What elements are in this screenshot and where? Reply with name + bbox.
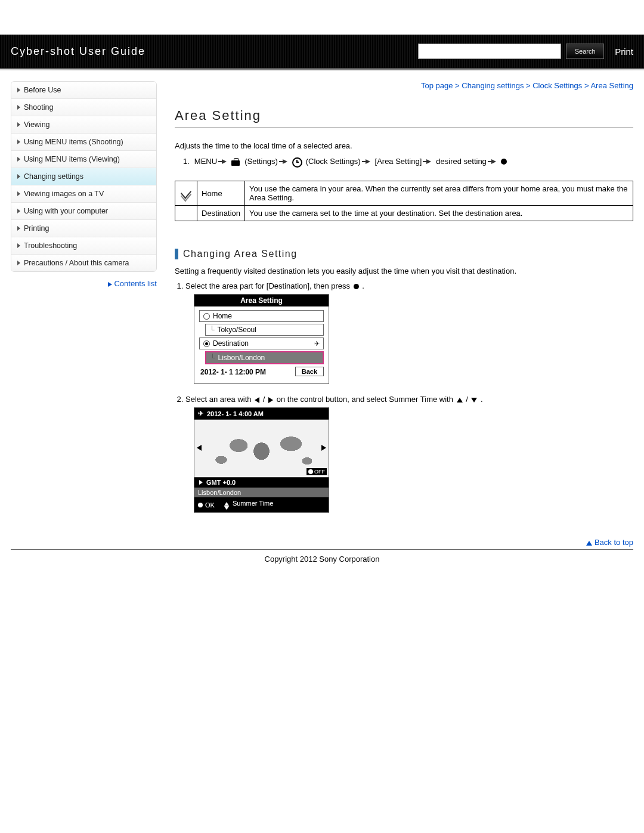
toolbox-icon	[231, 160, 240, 166]
sidebar-item-shooting[interactable]: Shooting	[11, 99, 156, 116]
chevron-right-icon	[17, 243, 20, 248]
copyright: Copyright 2012 Sony Corporation	[0, 555, 644, 581]
sidebar-item-menu-viewing[interactable]: Using MENU items (Viewing)	[11, 151, 156, 168]
cam-datetime: 2012- 1- 1 12:00 PM	[200, 368, 266, 376]
step-text: Select the area part for [Destination], …	[185, 281, 352, 290]
sub-text: Setting a frequently visited destination…	[175, 267, 633, 275]
cam2-gmt: GMT +0.0	[206, 479, 236, 486]
camera-screen-map: ✈ 2012- 1- 1 4:00 AM OFF GMT +0.0 Lisbon…	[194, 407, 329, 513]
cam-home-area: Tokyo/Seoul	[218, 326, 256, 334]
row-desc: You use the camera in your area. When th…	[245, 181, 633, 206]
airplane-icon: ✈	[198, 410, 203, 417]
off-label: OFF	[314, 469, 325, 475]
main: Top page > Changing settings > Clock Set…	[175, 81, 633, 524]
sidebar-item-label: Shooting	[24, 103, 53, 112]
sidebar-item-label: Troubleshooting	[24, 241, 77, 250]
center-button-icon	[501, 159, 507, 165]
summer-off-badge: OFF	[306, 468, 327, 475]
flow-number: 1.	[183, 157, 190, 166]
breadcrumb-changing[interactable]: Changing settings	[462, 81, 524, 90]
guide-title: Cyber-shot User Guide	[11, 45, 145, 58]
sun-icon	[308, 469, 313, 474]
footer-divider	[11, 549, 633, 550]
chevron-right-icon	[17, 122, 20, 127]
back-to-top-wrap: Back to top	[0, 534, 644, 548]
cam2-top: ✈ 2012- 1- 1 4:00 AM	[194, 408, 329, 419]
sidebar-item-changing-settings[interactable]: Changing settings	[11, 168, 156, 185]
cam2-area-row: Lisbon/London	[194, 488, 329, 497]
cam-home-label: Home	[213, 312, 232, 320]
left-arrow-icon	[255, 397, 259, 403]
sidebar-item-troubleshooting[interactable]: Troubleshooting	[11, 237, 156, 255]
steps-list: Select the area part for [Destination], …	[185, 281, 633, 513]
sidebar-item-precautions[interactable]: Precautions / About this camera	[11, 255, 156, 271]
menu-flow: 1. MENU (Settings) (Clock Settings) [Are…	[183, 156, 633, 166]
page-title: Area Setting	[175, 108, 633, 123]
right-arrow-icon	[268, 397, 273, 403]
breadcrumb-top[interactable]: Top page	[421, 81, 453, 90]
subheading: Changing Area Setting	[175, 249, 633, 259]
sidebar-item-label: Using MENU items (Viewing)	[24, 155, 120, 163]
cam2-datetime: 2012- 1- 1 4:00 AM	[207, 410, 264, 417]
chevron-right-icon	[17, 261, 20, 265]
step-1: Select the area part for [Destination], …	[185, 281, 633, 384]
arrow-right-icon	[366, 159, 370, 164]
print-button[interactable]: Print	[615, 47, 633, 57]
search-input[interactable]	[418, 44, 561, 59]
airplane-icon: ✈	[314, 340, 320, 348]
cam-home-row: Home	[199, 310, 324, 322]
center-button-icon	[198, 503, 203, 507]
cam-dest-area: Lisbon/London	[218, 354, 265, 362]
contents-list-link-wrap: Contents list	[11, 279, 157, 288]
chevron-right-icon	[17, 88, 20, 92]
sidebar-item-tv[interactable]: Viewing images on a TV	[11, 185, 156, 203]
camera-screen-area-setting: Area Setting Home └ Tokyo/Seoul	[194, 294, 329, 384]
chevron-right-icon	[17, 226, 20, 231]
step-text: on the control button, and select Summer…	[277, 395, 456, 404]
checkmark-icon	[181, 186, 191, 199]
topbar-right: Search Print	[418, 44, 633, 59]
step-text: /	[263, 395, 267, 404]
step-text: Select an area with	[185, 395, 253, 404]
step-text: .	[481, 395, 483, 404]
radio-icon	[203, 313, 210, 320]
sidebar-item-menu-shooting[interactable]: Using MENU items (Shooting)	[11, 134, 156, 151]
up-arrow-icon	[457, 398, 463, 402]
sidebar-item-printing[interactable]: Printing	[11, 220, 156, 237]
cam-back-button: Back	[295, 367, 324, 376]
sidebar-item-label: Changing settings	[24, 172, 83, 181]
back-to-top-link[interactable]: Back to top	[595, 538, 633, 547]
cam-title: Area Setting	[194, 295, 329, 306]
table-row: Destination You use the camera set to th…	[175, 206, 633, 221]
cam2-summer: Summer Time	[233, 500, 273, 507]
down-arrow-icon	[471, 398, 477, 402]
header-divider	[0, 69, 644, 70]
sidebar-item-label: Viewing	[24, 120, 50, 129]
flow-area: [Area Setting]	[375, 157, 422, 166]
row-desc: You use the camera set to the time at yo…	[245, 206, 633, 221]
sidebar-item-computer[interactable]: Using with your computer	[11, 203, 156, 220]
cam2-ok: OK	[205, 501, 215, 509]
cam-home-area-row: └ Tokyo/Seoul	[205, 324, 324, 336]
map-left-arrow	[196, 444, 203, 451]
sidebar-item-label: Viewing images on a TV	[24, 190, 104, 198]
cam-dest-area-row: └ Lisbon/London	[205, 351, 324, 364]
sidebar-item-viewing[interactable]: Viewing	[11, 116, 156, 134]
nav: Before Use Shooting Viewing Using MENU i…	[11, 81, 157, 272]
contents-list-link[interactable]: Contents list	[114, 279, 157, 288]
world-map: OFF	[194, 419, 329, 478]
arrow-right-icon	[283, 159, 287, 164]
breadcrumb-clock[interactable]: Clock Settings	[532, 81, 582, 90]
breadcrumb: Top page > Changing settings > Clock Set…	[175, 81, 633, 90]
search-button[interactable]: Search	[566, 44, 604, 59]
top-bar: Cyber-shot User Guide Search Print	[0, 35, 644, 69]
flow-menu: MENU	[194, 157, 217, 166]
breadcrumb-current: Area Setting	[590, 81, 633, 90]
cam-dest-label: Destination	[213, 339, 249, 348]
sidebar: Before Use Shooting Viewing Using MENU i…	[11, 81, 157, 288]
arrow-right-icon	[108, 282, 112, 287]
clock-icon	[292, 157, 302, 168]
sidebar-item-before-use[interactable]: Before Use	[11, 82, 156, 99]
flow-clock: (Clock Settings)	[306, 157, 361, 166]
title-underline	[175, 127, 633, 128]
